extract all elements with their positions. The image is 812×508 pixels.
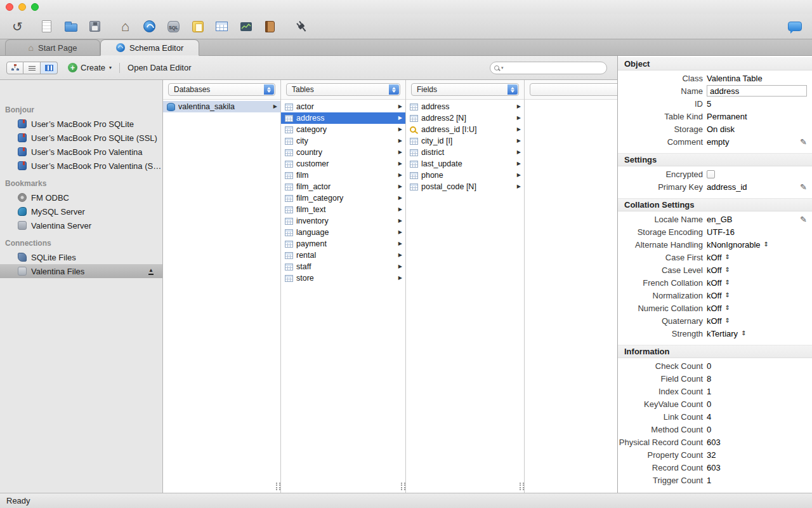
- updown-arrows-icon[interactable]: ⇕: [725, 305, 730, 311]
- name-input[interactable]: [707, 85, 807, 97]
- field-row[interactable]: city_id [I] ▶: [406, 135, 524, 147]
- columns-view-button[interactable]: [41, 62, 58, 74]
- schema-diagram-button[interactable]: [189, 18, 206, 35]
- section-title: Settings: [618, 153, 812, 166]
- table-icon: [285, 252, 293, 259]
- property-label: Case Level: [618, 265, 707, 275]
- field-row[interactable]: phone ▶: [406, 170, 524, 181]
- search-scope-caret-icon[interactable]: ▾: [501, 65, 504, 70]
- field-row[interactable]: postal_code [N] ▶: [406, 181, 524, 192]
- updown-arrows-icon[interactable]: ⇕: [725, 267, 730, 273]
- sidebar-item[interactable]: User’s MacBook Pro Valentina (S…: [0, 159, 162, 173]
- valentina-button[interactable]: [141, 18, 158, 35]
- bonjour-book-icon: [18, 161, 27, 170]
- databases-scope-select[interactable]: Databases: [168, 83, 275, 96]
- tree-view-button[interactable]: [6, 62, 23, 74]
- column-resize-handle[interactable]: [520, 483, 524, 490]
- open-button[interactable]: [62, 18, 79, 35]
- column-resize-handle[interactable]: [401, 483, 405, 490]
- tab-schema-editor[interactable]: Schema Editor: [100, 39, 199, 56]
- updown-arrows-icon[interactable]: ⇕: [764, 241, 769, 248]
- sidebar-item[interactable]: User’s MacBook Pro Valentina: [0, 145, 162, 159]
- save-button[interactable]: [86, 18, 103, 35]
- tab-start-page[interactable]: ⌂ Start Page: [5, 39, 100, 56]
- minimize-button[interactable]: [18, 3, 26, 11]
- sql-editor-button[interactable]: SQL: [165, 18, 182, 35]
- edit-pencil-icon[interactable]: ✎: [800, 137, 807, 147]
- field-row[interactable]: last_update ▶: [406, 158, 524, 170]
- database-row[interactable]: valentina_sakila ▶: [163, 101, 280, 112]
- table-row[interactable]: film_actor ▶: [281, 181, 405, 192]
- table-row[interactable]: address ▶: [281, 112, 405, 124]
- field-row[interactable]: address_id [I:U] ▶: [406, 124, 524, 135]
- property-label: Check Count: [618, 361, 707, 371]
- table-row[interactable]: country ▶: [281, 147, 405, 158]
- inspector-section-settings: Settings Encrypted: [618, 153, 812, 193]
- next-scope-select[interactable]: [530, 83, 617, 96]
- sidebar-item[interactable]: MySQL Server: [0, 204, 162, 218]
- updown-arrows-icon[interactable]: ⇕: [725, 279, 730, 286]
- edit-pencil-icon[interactable]: ✎: [800, 215, 807, 224]
- eject-icon[interactable]: ▲: [148, 268, 154, 275]
- field-row[interactable]: address2 [N] ▶: [406, 112, 524, 124]
- table-row[interactable]: payment ▶: [281, 238, 405, 250]
- table-row[interactable]: film_category ▶: [281, 192, 405, 204]
- table-row[interactable]: inventory ▶: [281, 215, 405, 227]
- table-row[interactable]: rental ▶: [281, 250, 405, 261]
- open-data-editor-button[interactable]: Open Data Editor: [128, 63, 191, 72]
- table-row[interactable]: actor ▶: [281, 101, 405, 112]
- undo-button[interactable]: ↺: [9, 18, 26, 35]
- sidebar-item[interactable]: FM ODBC: [0, 190, 162, 204]
- table-editor-button[interactable]: [213, 18, 230, 35]
- edit-pencil-icon[interactable]: ✎: [800, 182, 807, 192]
- property-label: Trigger Count: [618, 476, 707, 485]
- field-row[interactable]: district ▶: [406, 147, 524, 158]
- table-row[interactable]: film ▶: [281, 170, 405, 181]
- property-value: kOff: [707, 316, 722, 326]
- table-icon: [285, 138, 293, 145]
- updown-arrows-icon[interactable]: ⇕: [725, 254, 730, 260]
- table-row[interactable]: film_text ▶: [281, 204, 405, 215]
- select-label: Fields: [417, 85, 437, 94]
- encrypted-checkbox[interactable]: [707, 170, 715, 178]
- updown-arrows-icon[interactable]: ⇕: [725, 292, 730, 298]
- table-row[interactable]: city ▶: [281, 135, 405, 147]
- property-value: 0: [707, 399, 711, 409]
- search-input[interactable]: [506, 64, 603, 72]
- new-document-button[interactable]: [38, 18, 55, 35]
- table-row[interactable]: staff ▶: [281, 261, 405, 272]
- feedback-chat-button[interactable]: [786, 18, 803, 35]
- create-dropdown-caret-icon[interactable]: ▾: [109, 65, 112, 70]
- updown-arrows-icon[interactable]: ⇕: [725, 318, 730, 324]
- fields-scope-select[interactable]: Fields: [411, 83, 519, 96]
- property-label: Storage Encoding: [618, 227, 707, 237]
- updown-arrows-icon[interactable]: ⇕: [741, 330, 746, 337]
- sidebar-item[interactable]: User’s MacBook Pro SQLite: [0, 117, 162, 131]
- property-row: ID 5: [618, 97, 812, 110]
- disclosure-arrow-icon: ▶: [517, 104, 521, 109]
- property-inspector: Object Class Valentina Table: [617, 56, 812, 493]
- table-row[interactable]: store ▶: [281, 272, 405, 284]
- report-button[interactable]: [261, 18, 278, 35]
- disclosure-arrow-icon: ▶: [398, 207, 402, 212]
- sidebar-item[interactable]: Valentina Server: [0, 218, 162, 232]
- list-view-button[interactable]: [23, 62, 41, 74]
- start-page-button[interactable]: ⌂: [117, 18, 134, 35]
- create-button[interactable]: + Create ▾: [68, 63, 112, 72]
- sidebar-item[interactable]: Valentina Files ▲: [0, 264, 162, 278]
- sidebar-item[interactable]: User’s MacBook Pro SQLite (SSL): [0, 131, 162, 145]
- zoom-button[interactable]: [31, 3, 39, 11]
- column-resize-handle[interactable]: [276, 483, 280, 490]
- table-row[interactable]: category ▶: [281, 124, 405, 135]
- table-row[interactable]: customer ▶: [281, 158, 405, 170]
- chart-button[interactable]: [237, 18, 254, 35]
- table-row[interactable]: language ▶: [281, 227, 405, 238]
- diagnose-button[interactable]: [293, 18, 310, 35]
- section-title: Information: [618, 345, 812, 358]
- property-label: Locale Name: [618, 215, 707, 224]
- tables-scope-select[interactable]: Tables: [286, 83, 400, 96]
- field-row[interactable]: address ▶: [406, 101, 524, 112]
- sidebar-item[interactable]: SQLite Files: [0, 250, 162, 264]
- schema-browser: Databases valentina_sakila ▶: [163, 80, 617, 493]
- close-button[interactable]: [6, 3, 13, 11]
